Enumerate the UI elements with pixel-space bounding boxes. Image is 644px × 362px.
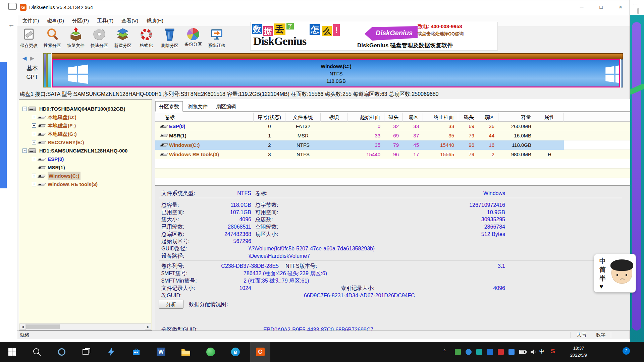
battery-icon[interactable] [519, 350, 527, 356]
tree-item-windows-c[interactable]: + Windows(C:) [19, 172, 152, 180]
cortana-icon[interactable] [52, 342, 72, 362]
col-flag[interactable]: 标识 [321, 113, 347, 122]
start-button[interactable] [2, 342, 22, 362]
task-view-icon[interactable] [76, 342, 97, 362]
tree-item-hd1[interactable]: − HD1:SAMSUNGMZNLN128HAHQ-000 [19, 146, 152, 155]
tree-item-local-g[interactable]: + 本地磁盘(G:) [19, 130, 152, 138]
col-capacity[interactable]: 容量 [498, 113, 535, 122]
taskbar-search-icon[interactable] [27, 342, 47, 362]
col-end-sector[interactable]: 扇区 [478, 113, 498, 122]
taskbar-diskgenius-active[interactable]: G [250, 342, 270, 362]
widget-char: 简 [599, 265, 606, 274]
banner-qq-link[interactable]: 或点击此处选择QQ咨询 [418, 31, 464, 37]
expand-icon[interactable]: + [32, 174, 36, 178]
file-explorer-icon[interactable] [176, 342, 196, 362]
minimize-button[interactable]: ─ [572, 0, 591, 14]
expand-icon[interactable]: + [32, 132, 36, 136]
tray-app-icon-2[interactable] [466, 349, 472, 355]
tray-app-icon-4[interactable] [498, 349, 504, 355]
tab-sector-edit[interactable]: 扇区编辑 [213, 102, 239, 112]
menu-partition[interactable]: 分区(P) [68, 16, 93, 26]
col-start-sector[interactable]: 扇区 [403, 113, 423, 122]
col-start-head[interactable]: 磁头 [384, 113, 403, 122]
quick-partition-button[interactable]: 快速分区 [88, 26, 111, 52]
tab-partition-params[interactable]: 分区参数 [155, 101, 183, 112]
expand-icon[interactable]: + [32, 140, 36, 144]
menu-file[interactable]: 文件(F) [18, 16, 43, 26]
thunder-app-icon[interactable] [101, 342, 121, 362]
tray-app-icon-1[interactable] [455, 349, 461, 355]
col-filesystem[interactable]: 文件系统 [285, 113, 321, 122]
numlock-indicator: 数字 [592, 331, 609, 339]
tree-item-local-f[interactable]: + 本地磁盘(F:) [19, 121, 152, 130]
save-changes-button[interactable]: 保存更改 [17, 26, 41, 52]
msr-partition-block[interactable] [47, 53, 51, 87]
tree-item-esp[interactable]: + ESP(0) [19, 155, 152, 163]
sogou-icon[interactable]: S [551, 348, 555, 355]
windows-c-partition-block[interactable]: Windows(C:) NTFS 118.0GB [52, 59, 620, 87]
analyze-button[interactable]: 分析 [159, 300, 183, 309]
ad-banner[interactable]: 数 据 丢 了 怎 么 ! DiskGenius DiskGenius 致电: … [250, 22, 498, 51]
hidden-icons-chevron[interactable]: ^ [443, 349, 446, 354]
new-partition-button[interactable]: 新建分区 [111, 26, 135, 52]
prev-disk-arrow-icon[interactable]: ◀ [22, 55, 26, 61]
word-icon[interactable]: W [151, 342, 171, 362]
back-arrow-icon[interactable]: ← [8, 21, 15, 28]
menu-tools[interactable]: 工具(T) [93, 16, 117, 26]
notification-badge[interactable]: 2 [623, 347, 630, 355]
col-index-status[interactable]: 序号(状态) [254, 113, 285, 122]
next-disk-arrow-icon[interactable]: ▶ [30, 55, 34, 61]
ime-indicator[interactable]: 中 [539, 348, 544, 355]
search-partition-button[interactable]: 搜索分区 [41, 26, 64, 52]
input-method-floating-widget[interactable]: 中 简 半 ♥ [594, 254, 636, 293]
browser-360-icon[interactable] [201, 342, 221, 362]
tray-app-icon-3[interactable] [476, 349, 482, 355]
store-icon[interactable] [126, 342, 146, 362]
expand-icon[interactable]: + [32, 182, 36, 186]
expand-icon[interactable]: + [32, 123, 36, 128]
collapse-icon[interactable]: − [22, 148, 27, 153]
scrollbar-thumb[interactable] [26, 324, 60, 329]
table-row-esp[interactable]: ESP(0) 0 FAT32 0 32 33 33 69 36 260.0MB [155, 122, 630, 131]
tray-qq-icon[interactable] [487, 349, 493, 355]
scroll-left-icon[interactable]: ◀ [19, 324, 26, 330]
col-attributes[interactable]: 属性 [535, 113, 564, 122]
recover-files-button[interactable]: 恢复文件 [64, 26, 88, 52]
col-end-cyl[interactable]: 终止柱面 [423, 113, 458, 122]
more-icon[interactable]: ··· [633, 1, 638, 6]
tree-item-recovery[interactable]: + RECOVERY(E:) [19, 138, 152, 146]
table-row-windows-re[interactable]: Windows RE tools(3) 3 NTFS 15440 96 17 1… [155, 150, 630, 159]
expand-icon[interactable]: + [32, 157, 36, 161]
volume-icon[interactable] [530, 349, 537, 356]
esp-partition-block[interactable] [43, 53, 47, 87]
close-button[interactable]: × [611, 0, 630, 14]
re-tools-partition-block[interactable] [621, 59, 623, 87]
panel-splitter[interactable] [152, 99, 155, 330]
tab-browse-files[interactable]: 浏览文件 [184, 102, 211, 112]
clock[interactable]: 18:37 2022/5/9 [564, 345, 594, 359]
format-button[interactable]: 格式化 [135, 26, 158, 52]
col-volume-label[interactable]: 卷标 [155, 113, 254, 122]
menu-view[interactable]: 查看(V) [117, 16, 142, 26]
table-row-windows-c-selected[interactable]: Windows(C:) 2 NTFS 35 79 45 15440 96 16 … [155, 140, 630, 150]
col-start-cyl[interactable]: 起始柱面 [347, 113, 384, 122]
scroll-right-icon[interactable]: ▶ [145, 324, 151, 330]
delete-partition-button[interactable]: 删除分区 [158, 26, 181, 52]
backup-partition-button[interactable]: 备份分区 [181, 26, 205, 52]
background-scrollbar[interactable] [637, 8, 639, 14]
tree-item-windows-re[interactable]: + Windows RE tools(3) [19, 180, 152, 188]
menu-help[interactable]: 帮助(H) [142, 16, 167, 26]
tree-item-msr[interactable]: MSR(1) [19, 163, 152, 172]
expand-icon[interactable]: + [32, 115, 36, 119]
menu-disk[interactable]: 磁盘(D) [43, 16, 68, 26]
collapse-icon[interactable]: − [22, 107, 27, 111]
tree-horizontal-scrollbar[interactable]: ◀ ▶ [19, 323, 151, 330]
system-migration-button[interactable]: 系统迁移 [205, 26, 228, 52]
maximize-button[interactable]: □ [591, 0, 611, 14]
col-end-head[interactable]: 磁头 [458, 113, 478, 122]
table-row-msr[interactable]: MSR(1) 1 MSR 33 69 37 35 79 44 16.0MB [155, 131, 630, 140]
edge-icon[interactable]: e [225, 342, 246, 362]
tree-item-hd0[interactable]: − HD0:TOSHIBAMQ04ABF100(932GB) [19, 105, 152, 113]
tree-item-local-d[interactable]: + 本地磁盘(D:) [19, 113, 152, 121]
tray-tim-icon[interactable] [508, 349, 515, 355]
